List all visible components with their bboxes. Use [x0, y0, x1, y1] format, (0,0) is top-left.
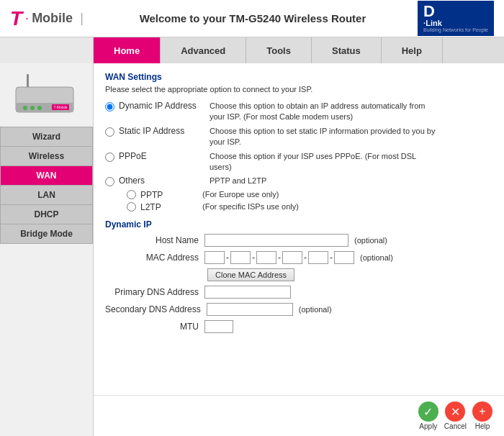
main-area: T·Mobile Wizard Wireless WAN LAN DHCP Br…: [0, 63, 504, 436]
apply-button[interactable]: ✓ Apply: [418, 401, 438, 430]
secondary-dns-row: Secondary DNS Address (optional): [105, 303, 492, 316]
mtu-row: MTU: [105, 320, 492, 333]
sidebar-btn-wan[interactable]: WAN: [0, 165, 93, 185]
wan-settings-desc: Please select the appropriate option to …: [105, 85, 492, 94]
host-name-optional: (optional): [354, 236, 387, 245]
tab-help[interactable]: Help: [382, 37, 443, 63]
mac-field-5[interactable]: [308, 251, 328, 264]
content-area: WAN Settings Please select the appropria…: [94, 63, 504, 436]
svg-point-5: [37, 106, 42, 110]
mac-group: - - - - -: [204, 251, 354, 264]
tab-home[interactable]: Home: [94, 37, 161, 63]
dlink-link: ·Link: [423, 19, 442, 27]
cancel-button[interactable]: ✕ Cancel: [444, 401, 467, 430]
mac-address-label: MAC Address: [105, 253, 199, 263]
label-pppoe: PPPoE: [119, 151, 205, 161]
label-others: Others: [119, 176, 205, 186]
clone-mac-button[interactable]: Clone MAC Address: [207, 268, 294, 281]
sidebar-btn-dhcp[interactable]: DHCP: [0, 204, 93, 224]
mtu-label: MTU: [105, 322, 199, 332]
tab-advanced[interactable]: Advanced: [161, 37, 246, 63]
sidebar-btn-lan[interactable]: LAN: [0, 185, 93, 204]
label-l2tp: L2TP: [140, 202, 198, 212]
option-l2tp: L2TP (For specific ISPs use only): [127, 202, 492, 212]
svg-point-6: [45, 106, 49, 110]
option-pppoe: PPPoE Choose this option if your ISP use…: [105, 151, 492, 173]
label-static-ip: Static IP Address: [119, 126, 205, 136]
secondary-dns-optional: (optional): [299, 305, 332, 314]
tmobile-mobile: Mobile: [32, 11, 73, 26]
mac-field-6[interactable]: [334, 251, 354, 264]
mac-field-3[interactable]: [256, 251, 276, 264]
option-others: Others PPTP and L2TP: [105, 176, 492, 186]
primary-dns-label: Primary DNS Address: [105, 287, 199, 297]
mac-optional: (optional): [360, 253, 393, 262]
primary-dns-row: Primary DNS Address: [105, 286, 492, 299]
option-dynamic-ip: Dynamic IP Address Choose this option to…: [105, 101, 492, 123]
label-pptp: PPTP: [140, 190, 198, 200]
desc-l2tp: (For specific ISPs use only): [202, 202, 299, 211]
tmobile-dot: ·: [25, 11, 29, 26]
primary-dns-input[interactable]: [204, 286, 291, 299]
radio-l2tp[interactable]: [127, 202, 136, 212]
nav-tabs: Home Advanced Tools Status Help: [94, 37, 504, 63]
sidebar-btn-wireless[interactable]: Wireless: [0, 146, 93, 165]
action-bar: ✓ Apply ✕ Cancel + Help: [94, 395, 504, 436]
help-icon: +: [472, 401, 492, 422]
cancel-icon: ✕: [445, 401, 465, 422]
mac-field-2[interactable]: [230, 251, 251, 264]
option-pptp: PPTP (For Europe use only): [127, 190, 492, 200]
svg-text:T·Mobile: T·Mobile: [53, 105, 67, 109]
help-button[interactable]: + Help: [472, 401, 492, 430]
desc-pppoe: Choose this option if your ISP uses PPPo…: [210, 151, 440, 173]
desc-static-ip: Choose this option to set static IP info…: [210, 126, 440, 148]
mtu-input[interactable]: [204, 320, 233, 333]
header-title: Welcome to your TM-G5240 Wireless Router: [140, 12, 366, 24]
label-dynamic-ip: Dynamic IP Address: [119, 101, 205, 111]
svg-point-3: [23, 106, 27, 110]
header-sep: |: [80, 11, 84, 26]
cancel-label: Cancel: [444, 422, 467, 430]
mac-field-1[interactable]: [204, 251, 225, 264]
router-image: T·Mobile: [11, 71, 83, 121]
mac-address-row: MAC Address - - - - - (optional): [105, 251, 492, 264]
tmobile-logo: T · Mobile |: [10, 7, 88, 30]
svg-rect-0: [27, 74, 29, 88]
desc-pptp: (For Europe use only): [202, 190, 279, 199]
radio-dynamic-ip[interactable]: [105, 102, 114, 112]
apply-icon: ✓: [418, 401, 438, 422]
dynamic-ip-title: Dynamic IP: [105, 219, 492, 230]
svg-point-4: [30, 106, 35, 110]
sidebar-btn-wizard[interactable]: Wizard: [0, 127, 93, 146]
apply-label: Apply: [419, 422, 437, 430]
scrollable-content: WAN Settings Please select the appropria…: [94, 63, 504, 395]
radio-others[interactable]: [105, 177, 114, 186]
wan-options-group: Dynamic IP Address Choose this option to…: [105, 101, 492, 212]
dlink-logo: D ·Link Building Networks for People: [418, 1, 494, 36]
clone-mac-row: Clone MAC Address: [105, 268, 492, 281]
wan-settings-title: WAN Settings: [105, 72, 492, 82]
sidebar: T·Mobile Wizard Wireless WAN LAN DHCP Br…: [0, 63, 94, 436]
secondary-dns-label: Secondary DNS Address: [105, 304, 201, 314]
host-name-row: Host Name (optional): [105, 234, 492, 247]
secondary-dns-input[interactable]: [207, 303, 293, 316]
radio-pppoe[interactable]: [105, 153, 114, 162]
host-name-label: Host Name: [105, 235, 199, 245]
radio-pptp[interactable]: [127, 190, 136, 199]
dlink-d: D: [423, 4, 435, 19]
sidebar-btn-bridge[interactable]: Bridge Mode: [0, 224, 93, 244]
tab-tools[interactable]: Tools: [246, 37, 312, 63]
host-name-input[interactable]: [204, 234, 348, 247]
tab-status[interactable]: Status: [312, 37, 382, 63]
mac-field-4[interactable]: [282, 251, 302, 264]
help-label: Help: [475, 422, 490, 430]
option-static-ip: Static IP Address Choose this option to …: [105, 126, 492, 148]
tmobile-t: T: [10, 7, 22, 30]
dlink-tagline: Building Networks for People: [423, 27, 488, 33]
header: T · Mobile | Welcome to your TM-G5240 Wi…: [0, 0, 504, 37]
desc-dynamic-ip: Choose this option to obtain an IP addre…: [210, 101, 440, 123]
desc-others: PPTP and L2TP: [210, 176, 266, 186]
radio-static-ip[interactable]: [105, 127, 114, 137]
